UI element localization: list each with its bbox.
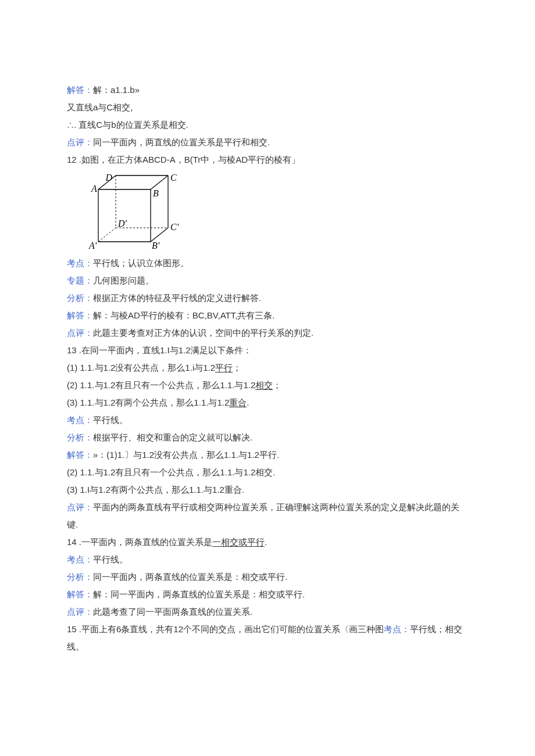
blank-answer: 平行	[215, 363, 233, 372]
vertex-Bp: B'	[152, 241, 160, 250]
blank-answer: 相交	[255, 380, 273, 390]
text: 平行线；认识立体图形。	[93, 258, 189, 268]
vertex-Cp: C'	[170, 222, 179, 232]
blank-answer: 一相交或平行	[212, 537, 265, 547]
text: 几何图形问题。	[93, 275, 154, 285]
cube-figure: D C A B D' C' A' B'	[67, 169, 468, 255]
label-topic: 考点：	[67, 258, 93, 268]
analysis-line-23: 分析：同一平面内，两条直线的位置关系是：相交或平行.	[67, 568, 468, 586]
blank-answer: 重合	[229, 397, 247, 407]
text-pre: 14 .一平面内，两条直线的位置关系是	[67, 537, 212, 547]
text: 此题考查了同一平面两条直线的位置关系.	[93, 607, 252, 617]
label-answer: 解答：	[67, 450, 93, 460]
vertex-B: B	[153, 188, 159, 198]
text: 解：a1.1.b»	[93, 85, 140, 95]
text-pre: (1) 1.1.与1.2没有公共点，那么1.i与1.2	[67, 363, 215, 372]
label-comment: 点评：	[67, 137, 93, 147]
label-topic: 考点：	[67, 415, 93, 425]
label-comment: 点评：	[67, 328, 93, 338]
text-post: ；	[273, 380, 281, 390]
text-post: ；	[233, 363, 241, 372]
topic-line-15: 考点：平行线。	[67, 411, 468, 429]
q13-item-3: (3) 1.1.与1.2有两个公共点，那么1.1.与1.2重合.	[67, 394, 468, 411]
text: 同一平面内，两直线的位置关系是平行和相交.	[93, 137, 270, 147]
text: 解：同一平面内，两条直线的位置关系是：相交或平行.	[93, 589, 305, 599]
text: 根据平行、相交和重合的定义就可以解决.	[93, 432, 252, 442]
text-pre: (2) 1.1.与1.2有且只有一个公共点，那么1.1.与1.2	[67, 380, 255, 390]
vertex-Ap: A'	[88, 241, 97, 250]
text-post: .	[247, 397, 249, 407]
label-comment: 点评：	[67, 502, 93, 512]
svg-line-2	[151, 175, 168, 189]
q13-item-2: (2) 1.1.与1.2有且只有一个公共点，那么1.1.与1.2相交；	[67, 377, 468, 394]
label-answer: 解答：	[67, 310, 93, 320]
topic-line-22: 考点：平行线。	[67, 551, 468, 568]
answer-line-1: 解答：解：a1.1.b»	[67, 81, 468, 99]
analysis-line-16: 分析：根据平行、相交和重合的定义就可以解决.	[67, 429, 468, 446]
question-14: 14 .一平面内，两条直线的位置关系是一相交或平行.	[67, 533, 468, 551]
text: 平行线。	[93, 554, 128, 564]
q13-item-1: (1) 1.1.与1.2没有公共点，那么1.i与1.2平行；	[67, 359, 468, 377]
comment-line-4: 点评：同一平面内，两直线的位置关系是平行和相交.	[67, 134, 468, 151]
text: 根据正方体的特征及平行线的定义进行解答.	[93, 293, 261, 303]
text: 解：与棱AD平行的棱有：BC,BV,ATT,共有三条.	[93, 310, 275, 320]
comment-line-20: 点评：平面内的两条直线有平行或相交两种位置关系，正确理解这两种位置关系的定义是解…	[67, 499, 468, 533]
answer-line-24: 解答：解：同一平面内，两条直线的位置关系是：相交或平行.	[67, 586, 468, 603]
svg-line-8	[151, 228, 168, 242]
vertex-C: C	[170, 173, 177, 182]
label-topic: 考点：	[384, 624, 410, 634]
text-line-3: ∴. 直线C与b的位置关系是相交.	[67, 116, 468, 134]
text: »：(1)1.〕与1.2没有公共点，那么1.1.与1.2平行.	[93, 450, 279, 460]
vertex-Dp: D'	[117, 218, 127, 228]
answer-item-3: (3) 1.I与1.2有两个公共点，那么1.1.与1.2重合.	[67, 481, 468, 499]
label-analysis: 分析：	[67, 293, 93, 303]
text-line-2: 又直线a与C相交,	[67, 99, 468, 116]
text-pre: 15 .平面上有6条直线，共有12个不同的交点，画出它们可能的位置关系〈画三种图	[67, 624, 384, 634]
analysis-line-8: 分析：根据正方体的特征及平行线的定义进行解答.	[67, 289, 468, 307]
answer-line-9: 解答：解：与棱AD平行的棱有：BC,BV,ATT,共有三条.	[67, 307, 468, 324]
question-12: 12 .如图，在正方体ABCD-A，B(Tr中，与棱AD平行的棱有」	[67, 151, 468, 169]
text: 平行线。	[93, 415, 128, 425]
label-analysis: 分析：	[67, 572, 93, 582]
answer-line-17: 解答：»：(1)1.〕与1.2没有公共点，那么1.1.与1.2平行.	[67, 446, 468, 464]
label-answer: 解答：	[67, 589, 93, 599]
svg-line-11	[98, 228, 116, 242]
question-15: 15 .平面上有6条直线，共有12个不同的交点，画出它们可能的位置关系〈画三种图…	[67, 621, 468, 655]
comment-line-25: 点评：此题考查了同一平面两条直线的位置关系.	[67, 603, 468, 621]
subject-line-7: 专题：几何图形问题。	[67, 272, 468, 289]
text-pre: (3) 1.1.与1.2有两个公共点，那么1.1.与1.2	[67, 397, 229, 407]
vertex-D: D	[105, 173, 112, 182]
comment-line-10: 点评：此题主要考查对正方体的认识，空间中的平行关系的判定.	[67, 324, 468, 342]
label-topic: 考点：	[67, 554, 93, 564]
topic-line-6: 考点：平行线；认识立体图形。	[67, 255, 468, 272]
vertex-A: A	[91, 184, 97, 194]
question-13: 13 .在同一平面内，直线1.I与1.2满足以下条件：	[67, 342, 468, 359]
cube-icon: D C A B D' C' A' B'	[88, 171, 187, 252]
label-subject: 专题：	[67, 275, 93, 285]
label-analysis: 分析：	[67, 432, 93, 442]
answer-item-2: (2) 1.1.与1.2有且只有一个公共点，那么1.1.与1.2相交.	[67, 464, 468, 481]
text-post: .	[265, 537, 267, 547]
text: 同一平面内，两条直线的位置关系是：相交或平行.	[93, 572, 287, 582]
text: 平面内的两条直线有平行或相交两种位置关系，正确理解这两种位置关系的定义是解决此题…	[67, 502, 459, 529]
label-comment: 点评：	[67, 607, 93, 617]
text: 此题主要考查对正方体的认识，空间中的平行关系的判定.	[93, 328, 313, 338]
label-answer: 解答：	[67, 85, 93, 95]
